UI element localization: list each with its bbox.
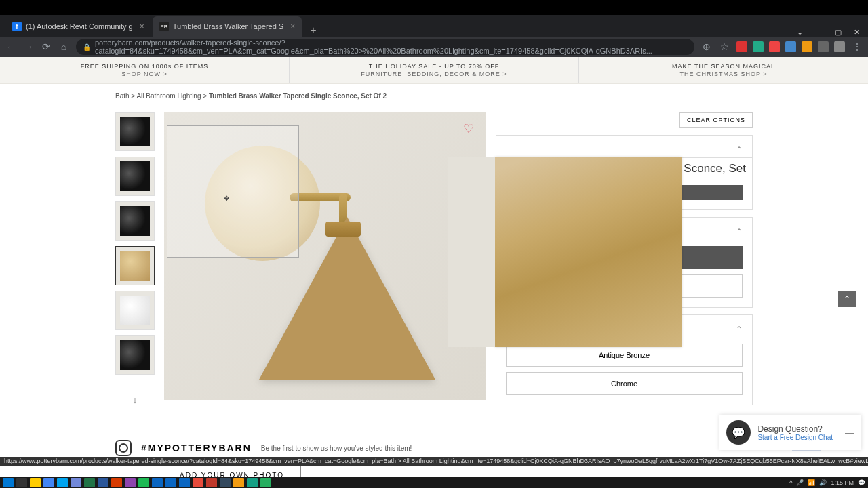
autocad-icon[interactable] bbox=[206, 478, 217, 487]
home-icon[interactable]: ⌂ bbox=[58, 41, 69, 52]
thumbnail-5[interactable] bbox=[115, 291, 155, 330]
extension-icon[interactable] bbox=[802, 41, 812, 52]
thumbnail-2[interactable] bbox=[115, 157, 155, 196]
promo-christmas[interactable]: MAKE THE SEASON MAGICAL THE CHRISTMAS SH… bbox=[579, 57, 868, 83]
close-icon[interactable]: × bbox=[140, 22, 144, 31]
facebook-icon: f bbox=[12, 22, 22, 31]
tab-facebook[interactable]: f (1) Autodesk Revit Community g × bbox=[5, 16, 151, 37]
url-input[interactable]: 🔒 potterybarn.com/products/walker-tapere… bbox=[76, 39, 694, 55]
breadcrumb-link[interactable]: Bath bbox=[115, 92, 130, 100]
extension-icon[interactable] bbox=[736, 41, 747, 52]
chat-icon: 💬 bbox=[726, 420, 751, 445]
taskbar-app[interactable] bbox=[260, 478, 271, 487]
minimize-icon[interactable]: — bbox=[845, 427, 854, 438]
menu-icon[interactable]: ⋮ bbox=[852, 41, 863, 52]
extensions-menu-icon[interactable] bbox=[818, 41, 829, 52]
volume-icon[interactable]: 🔊 bbox=[819, 479, 827, 486]
revit-icon[interactable] bbox=[165, 478, 176, 487]
new-tab-button[interactable]: + bbox=[303, 24, 323, 37]
extension-icon[interactable] bbox=[785, 41, 796, 52]
revit-icon[interactable] bbox=[152, 478, 163, 487]
product-title-fragment: e Sconce, Set bbox=[674, 162, 746, 176]
finish-option-chrome[interactable]: Chrome bbox=[506, 372, 743, 395]
chevron-up-icon: ⌃ bbox=[736, 325, 743, 334]
chrome-icon[interactable] bbox=[43, 478, 54, 487]
revit-icon[interactable] bbox=[179, 478, 190, 487]
thumbnail-3[interactable] bbox=[115, 201, 155, 241]
thumbnail-list: ↓ bbox=[115, 112, 155, 420]
extension-icon[interactable] bbox=[753, 41, 764, 52]
mic-icon[interactable]: 🎤 bbox=[796, 479, 804, 486]
thumbnail-4[interactable] bbox=[115, 246, 155, 285]
promo-shipping[interactable]: FREE SHIPPING ON 1000s OF ITEMS SHOP NOW… bbox=[0, 57, 290, 83]
tray-chevron-icon[interactable]: ^ bbox=[789, 479, 792, 486]
close-window-icon[interactable]: ✕ bbox=[854, 28, 860, 37]
back-icon[interactable]: ← bbox=[5, 41, 16, 52]
system-tray: ^ 🎤 📶 🔊 1:15 PM 💬 bbox=[789, 477, 865, 488]
favorite-icon[interactable]: ♡ bbox=[463, 121, 474, 136]
chevron-up-icon: ⌃ bbox=[736, 145, 743, 155]
taskbar-app[interactable] bbox=[220, 478, 231, 487]
forward-icon[interactable]: → bbox=[23, 41, 34, 52]
status-bar: https://www.potterybarn.com/products/wal… bbox=[0, 457, 868, 466]
lock-icon: 🔒 bbox=[83, 43, 91, 51]
clock[interactable]: 1:15 PM bbox=[831, 479, 854, 486]
profile-icon[interactable] bbox=[834, 41, 845, 52]
breadcrumb: Bath > All Bathroom Lighting > Tumbled B… bbox=[0, 84, 868, 105]
cursor-icon: ✥ bbox=[224, 195, 229, 202]
potterybarn-icon: PB bbox=[159, 22, 169, 31]
promo-sale[interactable]: THE HOLIDAY SALE - UP TO 70% OFF FURNITU… bbox=[290, 57, 579, 83]
clear-options-button[interactable]: CLEAR OPTIONS bbox=[679, 112, 753, 128]
thumbnail-1[interactable] bbox=[115, 112, 155, 151]
maximize-icon[interactable]: ▢ bbox=[835, 28, 842, 37]
hashtag: #MYPOTTERYBARN bbox=[141, 443, 252, 453]
taskbar-app[interactable] bbox=[233, 478, 244, 487]
taskbar-app[interactable] bbox=[71, 478, 81, 487]
browser-tabs: f (1) Autodesk Revit Community g × PB Tu… bbox=[0, 15, 868, 37]
taskbar-app[interactable] bbox=[111, 478, 122, 487]
extension-icons bbox=[736, 41, 845, 52]
finish-option-bronze[interactable]: Antique Bronze bbox=[506, 344, 743, 367]
breadcrumb-link[interactable]: All Bathroom Lighting bbox=[136, 92, 201, 100]
tab-label: Tumbled Brass Walker Tapered S bbox=[173, 22, 283, 30]
chrome-menu-icon[interactable]: ⌄ bbox=[797, 28, 803, 37]
design-chat-widget[interactable]: 💬 Design Question? Start a Free Design C… bbox=[719, 415, 861, 450]
product-hero-image[interactable]: ♡ ✥ bbox=[164, 112, 486, 400]
instagram-icon bbox=[115, 440, 132, 456]
word-icon[interactable] bbox=[98, 478, 108, 487]
taskbar-app[interactable] bbox=[193, 478, 203, 487]
extension-icon[interactable] bbox=[769, 41, 780, 52]
windows-taskbar bbox=[0, 477, 868, 488]
taskbar-app[interactable] bbox=[125, 478, 136, 487]
address-bar: ← → ⟳ ⌂ 🔒 potterybarn.com/products/walke… bbox=[0, 37, 868, 57]
thumbnail-6[interactable] bbox=[115, 336, 155, 375]
tab-label: (1) Autodesk Revit Community g bbox=[26, 22, 133, 30]
start-icon[interactable] bbox=[3, 478, 14, 487]
reload-icon[interactable]: ⟳ bbox=[41, 41, 52, 52]
translate-icon[interactable]: ⊕ bbox=[701, 41, 712, 52]
star-icon[interactable]: ☆ bbox=[719, 41, 730, 52]
promo-banner: FREE SHIPPING ON 1000s OF ITEMS SHOP NOW… bbox=[0, 57, 868, 84]
taskbar-app[interactable] bbox=[138, 478, 149, 487]
excel-icon[interactable] bbox=[84, 478, 95, 487]
zoom-overlay bbox=[495, 157, 682, 347]
tab-potterybarn[interactable]: PB Tumbled Brass Walker Tapered S × bbox=[153, 16, 302, 37]
share-subtitle: Be the first to show us how you've style… bbox=[261, 445, 412, 452]
step-style: 1 ⌃ bbox=[496, 135, 753, 158]
page-content: FREE SHIPPING ON 1000s OF ITEMS SHOP NOW… bbox=[0, 57, 868, 477]
breadcrumb-current: Tumbled Brass Walker Tapered Single Scon… bbox=[209, 92, 387, 100]
taskbar-app[interactable] bbox=[247, 478, 258, 487]
search-icon[interactable] bbox=[16, 478, 27, 487]
zoom-region bbox=[167, 125, 299, 258]
chevron-up-icon: ⌃ bbox=[736, 227, 743, 237]
url-text: potterybarn.com/products/walker-tapered-… bbox=[95, 39, 688, 55]
scroll-top-button[interactable]: ⌃ bbox=[838, 291, 856, 307]
close-icon[interactable]: × bbox=[290, 22, 295, 31]
thumbnail-next[interactable]: ↓ bbox=[115, 380, 155, 420]
taskbar-app[interactable] bbox=[30, 478, 41, 487]
wifi-icon[interactable]: 📶 bbox=[808, 479, 815, 486]
notifications-icon[interactable]: 💬 bbox=[858, 479, 865, 486]
minimize-icon[interactable]: — bbox=[815, 28, 823, 37]
taskbar-app[interactable] bbox=[57, 478, 68, 487]
